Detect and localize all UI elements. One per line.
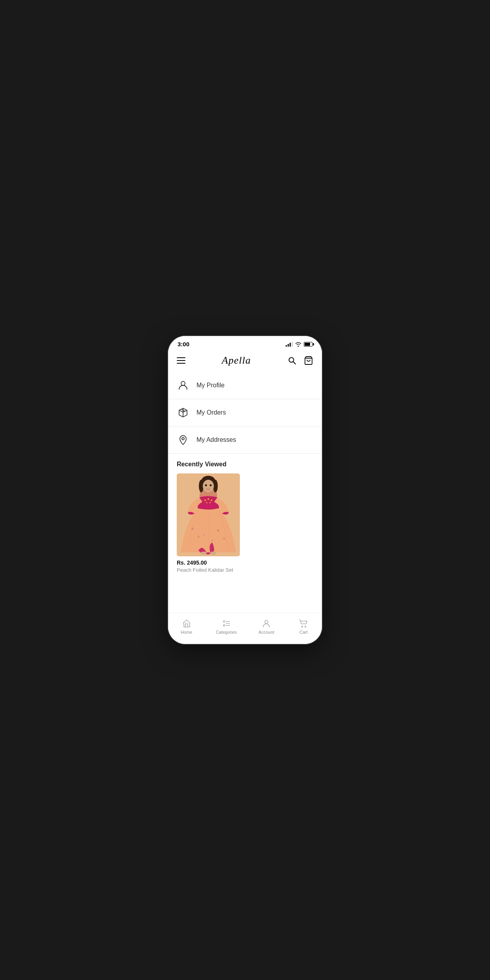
search-icon [287, 356, 297, 365]
svg-point-15 [208, 498, 209, 500]
svg-point-11 [203, 480, 214, 492]
svg-point-25 [200, 552, 207, 555]
svg-point-28 [223, 625, 225, 626]
categories-icon [221, 619, 231, 628]
bag-icon [304, 356, 313, 365]
bottom-nav: Home Categories [168, 613, 322, 644]
svg-point-24 [211, 540, 213, 541]
product-card[interactable]: Rs. 2495.00 Peach Foiled Kalidar Set [177, 473, 240, 573]
menu-section: My Profile My Orders [168, 372, 322, 613]
header: Apella [168, 351, 322, 372]
svg-point-21 [217, 529, 219, 532]
svg-point-4 [182, 437, 184, 440]
nav-item-categories[interactable]: Categories [209, 617, 243, 636]
svg-point-27 [223, 621, 225, 622]
svg-point-20 [198, 536, 200, 538]
header-actions [286, 355, 314, 366]
nav-item-account[interactable]: Account [252, 617, 281, 636]
cart-button[interactable] [303, 355, 314, 366]
cart-nav-icon [299, 619, 308, 628]
nav-item-cart[interactable]: Cart [290, 617, 317, 636]
hamburger-line-2 [177, 360, 185, 361]
app-logo: Apella [222, 355, 251, 366]
hamburger-line-1 [177, 357, 185, 358]
status-time: 3:00 [178, 341, 189, 347]
recently-viewed-section: Recently Viewed [168, 454, 322, 578]
hamburger-line-3 [177, 363, 185, 364]
wifi-icon [295, 342, 301, 347]
battery-icon [304, 342, 312, 347]
status-icons [286, 342, 312, 347]
categories-nav-label: Categories [216, 630, 237, 635]
phone-frame: 3:00 [168, 336, 322, 644]
svg-point-26 [210, 552, 216, 555]
svg-point-14 [204, 499, 206, 501]
svg-point-19 [191, 528, 194, 530]
status-bar: 3:00 [168, 336, 322, 351]
svg-line-1 [294, 362, 296, 364]
account-nav-icon [262, 619, 271, 628]
svg-point-34 [305, 626, 306, 627]
search-button[interactable] [286, 355, 297, 366]
addresses-label: My Addresses [196, 436, 236, 443]
svg-point-33 [302, 626, 303, 627]
svg-point-3 [181, 381, 185, 385]
menu-item-profile[interactable]: My Profile [168, 372, 322, 399]
menu-item-orders[interactable]: My Orders [168, 399, 322, 426]
home-nav-label: Home [181, 630, 192, 635]
menu-item-addresses[interactable]: My Addresses [168, 426, 322, 454]
dress-svg [177, 473, 240, 556]
recently-viewed-title: Recently Viewed [177, 461, 313, 468]
product-image [177, 473, 240, 556]
svg-point-22 [223, 538, 225, 540]
account-nav-label: Account [258, 630, 274, 635]
product-price: Rs. 2495.00 [177, 559, 240, 566]
box-icon [177, 406, 189, 419]
svg-point-12 [205, 484, 207, 486]
menu-button[interactable] [176, 357, 186, 364]
location-icon [177, 434, 189, 446]
orders-label: My Orders [196, 409, 226, 416]
cart-nav-label: Cart [299, 630, 308, 635]
svg-point-23 [204, 534, 205, 535]
person-icon [177, 379, 189, 392]
svg-point-16 [211, 499, 212, 501]
profile-label: My Profile [196, 382, 224, 389]
nav-item-home[interactable]: Home [173, 617, 200, 636]
signal-icon [286, 342, 293, 347]
svg-point-32 [265, 620, 268, 623]
app-content: 3:00 [168, 336, 322, 644]
svg-point-17 [206, 502, 208, 503]
svg-point-0 [289, 358, 294, 362]
svg-point-18 [209, 502, 211, 503]
product-name: Peach Foiled Kalidar Set [177, 567, 240, 573]
svg-point-13 [210, 484, 212, 486]
home-icon [182, 619, 191, 628]
